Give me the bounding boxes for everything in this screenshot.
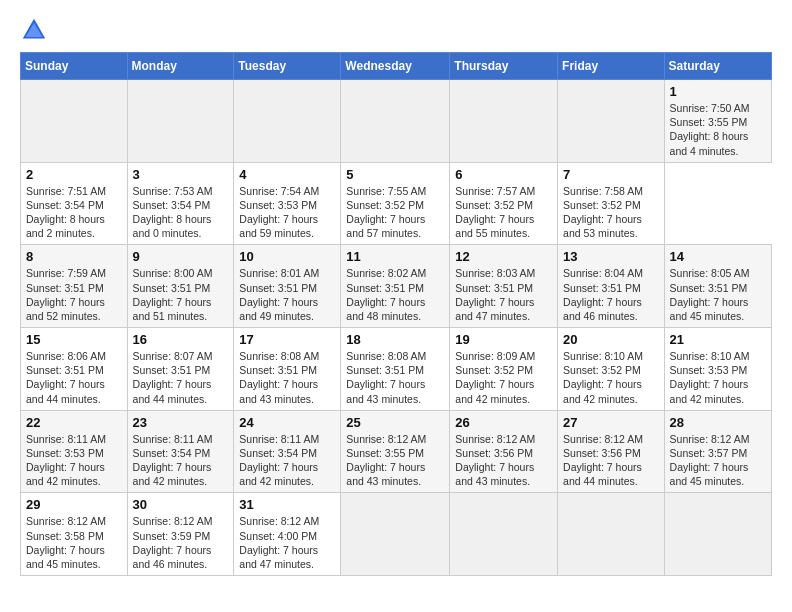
day-info: Sunrise: 8:01 AMSunset: 3:51 PMDaylight:… [239, 266, 335, 323]
logo-icon [20, 16, 48, 44]
day-info: Sunrise: 8:12 AMSunset: 3:58 PMDaylight:… [26, 514, 122, 571]
empty-cell [234, 80, 341, 163]
day-number: 2 [26, 167, 122, 182]
empty-cell [341, 80, 450, 163]
day-info: Sunrise: 8:12 AMSunset: 3:57 PMDaylight:… [670, 432, 766, 489]
day-cell-5: 5Sunrise: 7:55 AMSunset: 3:52 PMDaylight… [341, 162, 450, 245]
day-number: 5 [346, 167, 444, 182]
day-info: Sunrise: 8:08 AMSunset: 3:51 PMDaylight:… [346, 349, 444, 406]
day-number: 14 [670, 249, 766, 264]
day-number: 4 [239, 167, 335, 182]
day-info: Sunrise: 7:53 AMSunset: 3:54 PMDaylight:… [133, 184, 229, 241]
day-cell-9: 9Sunrise: 8:00 AMSunset: 3:51 PMDaylight… [127, 245, 234, 328]
day-info: Sunrise: 8:05 AMSunset: 3:51 PMDaylight:… [670, 266, 766, 323]
day-number: 31 [239, 497, 335, 512]
day-cell-16: 16Sunrise: 8:07 AMSunset: 3:51 PMDayligh… [127, 328, 234, 411]
day-cell-21: 21Sunrise: 8:10 AMSunset: 3:53 PMDayligh… [664, 328, 771, 411]
day-cell-15: 15Sunrise: 8:06 AMSunset: 3:51 PMDayligh… [21, 328, 128, 411]
day-cell-18: 18Sunrise: 8:08 AMSunset: 3:51 PMDayligh… [341, 328, 450, 411]
calendar-table: SundayMondayTuesdayWednesdayThursdayFrid… [20, 52, 772, 576]
day-cell-19: 19Sunrise: 8:09 AMSunset: 3:52 PMDayligh… [450, 328, 558, 411]
day-cell-8: 8Sunrise: 7:59 AMSunset: 3:51 PMDaylight… [21, 245, 128, 328]
day-info: Sunrise: 7:54 AMSunset: 3:53 PMDaylight:… [239, 184, 335, 241]
day-info: Sunrise: 8:11 AMSunset: 3:54 PMDaylight:… [239, 432, 335, 489]
day-cell-30: 30Sunrise: 8:12 AMSunset: 3:59 PMDayligh… [127, 493, 234, 576]
day-number: 26 [455, 415, 552, 430]
day-number: 11 [346, 249, 444, 264]
header-friday: Friday [558, 53, 665, 80]
day-cell-12: 12Sunrise: 8:03 AMSunset: 3:51 PMDayligh… [450, 245, 558, 328]
day-number: 6 [455, 167, 552, 182]
day-cell-20: 20Sunrise: 8:10 AMSunset: 3:52 PMDayligh… [558, 328, 665, 411]
day-cell-7: 7Sunrise: 7:58 AMSunset: 3:52 PMDaylight… [558, 162, 665, 245]
day-number: 15 [26, 332, 122, 347]
empty-cell [127, 80, 234, 163]
day-info: Sunrise: 8:02 AMSunset: 3:51 PMDaylight:… [346, 266, 444, 323]
day-number: 30 [133, 497, 229, 512]
day-number: 28 [670, 415, 766, 430]
day-number: 20 [563, 332, 659, 347]
header-sunday: Sunday [21, 53, 128, 80]
empty-cell [558, 80, 665, 163]
logo [20, 16, 52, 44]
day-info: Sunrise: 8:04 AMSunset: 3:51 PMDaylight:… [563, 266, 659, 323]
day-info: Sunrise: 8:00 AMSunset: 3:51 PMDaylight:… [133, 266, 229, 323]
day-cell-13: 13Sunrise: 8:04 AMSunset: 3:51 PMDayligh… [558, 245, 665, 328]
day-cell-14: 14Sunrise: 8:05 AMSunset: 3:51 PMDayligh… [664, 245, 771, 328]
day-cell-25: 25Sunrise: 8:12 AMSunset: 3:55 PMDayligh… [341, 410, 450, 493]
day-number: 3 [133, 167, 229, 182]
calendar-week-5: 22Sunrise: 8:11 AMSunset: 3:53 PMDayligh… [21, 410, 772, 493]
day-number: 9 [133, 249, 229, 264]
day-number: 1 [670, 84, 766, 99]
calendar-week-2: 2Sunrise: 7:51 AMSunset: 3:54 PMDaylight… [21, 162, 772, 245]
day-number: 24 [239, 415, 335, 430]
day-number: 19 [455, 332, 552, 347]
day-cell-27: 27Sunrise: 8:12 AMSunset: 3:56 PMDayligh… [558, 410, 665, 493]
day-cell-2: 2Sunrise: 7:51 AMSunset: 3:54 PMDaylight… [21, 162, 128, 245]
day-cell-4: 4Sunrise: 7:54 AMSunset: 3:53 PMDaylight… [234, 162, 341, 245]
day-cell-17: 17Sunrise: 8:08 AMSunset: 3:51 PMDayligh… [234, 328, 341, 411]
day-number: 16 [133, 332, 229, 347]
day-number: 17 [239, 332, 335, 347]
day-number: 21 [670, 332, 766, 347]
header-saturday: Saturday [664, 53, 771, 80]
day-cell-3: 3Sunrise: 7:53 AMSunset: 3:54 PMDaylight… [127, 162, 234, 245]
day-cell-26: 26Sunrise: 8:12 AMSunset: 3:56 PMDayligh… [450, 410, 558, 493]
day-info: Sunrise: 8:06 AMSunset: 3:51 PMDaylight:… [26, 349, 122, 406]
empty-cell [341, 493, 450, 576]
calendar-week-6: 29Sunrise: 8:12 AMSunset: 3:58 PMDayligh… [21, 493, 772, 576]
empty-cell [558, 493, 665, 576]
calendar-week-3: 8Sunrise: 7:59 AMSunset: 3:51 PMDaylight… [21, 245, 772, 328]
day-info: Sunrise: 7:58 AMSunset: 3:52 PMDaylight:… [563, 184, 659, 241]
day-cell-23: 23Sunrise: 8:11 AMSunset: 3:54 PMDayligh… [127, 410, 234, 493]
day-info: Sunrise: 8:10 AMSunset: 3:53 PMDaylight:… [670, 349, 766, 406]
header-monday: Monday [127, 53, 234, 80]
day-cell-22: 22Sunrise: 8:11 AMSunset: 3:53 PMDayligh… [21, 410, 128, 493]
day-number: 8 [26, 249, 122, 264]
day-info: Sunrise: 8:12 AMSunset: 3:55 PMDaylight:… [346, 432, 444, 489]
day-cell-24: 24Sunrise: 8:11 AMSunset: 3:54 PMDayligh… [234, 410, 341, 493]
empty-cell [450, 80, 558, 163]
day-info: Sunrise: 8:12 AMSunset: 4:00 PMDaylight:… [239, 514, 335, 571]
day-number: 13 [563, 249, 659, 264]
day-number: 7 [563, 167, 659, 182]
day-cell-11: 11Sunrise: 8:02 AMSunset: 3:51 PMDayligh… [341, 245, 450, 328]
day-number: 25 [346, 415, 444, 430]
day-info: Sunrise: 8:07 AMSunset: 3:51 PMDaylight:… [133, 349, 229, 406]
empty-cell [21, 80, 128, 163]
header-thursday: Thursday [450, 53, 558, 80]
header-tuesday: Tuesday [234, 53, 341, 80]
day-info: Sunrise: 8:12 AMSunset: 3:59 PMDaylight:… [133, 514, 229, 571]
day-info: Sunrise: 8:12 AMSunset: 3:56 PMDaylight:… [563, 432, 659, 489]
day-info: Sunrise: 8:11 AMSunset: 3:53 PMDaylight:… [26, 432, 122, 489]
day-cell-31: 31Sunrise: 8:12 AMSunset: 4:00 PMDayligh… [234, 493, 341, 576]
day-number: 29 [26, 497, 122, 512]
day-info: Sunrise: 7:55 AMSunset: 3:52 PMDaylight:… [346, 184, 444, 241]
day-number: 22 [26, 415, 122, 430]
day-number: 12 [455, 249, 552, 264]
day-info: Sunrise: 8:09 AMSunset: 3:52 PMDaylight:… [455, 349, 552, 406]
day-number: 18 [346, 332, 444, 347]
empty-cell [450, 493, 558, 576]
day-info: Sunrise: 8:03 AMSunset: 3:51 PMDaylight:… [455, 266, 552, 323]
calendar-header-row: SundayMondayTuesdayWednesdayThursdayFrid… [21, 53, 772, 80]
